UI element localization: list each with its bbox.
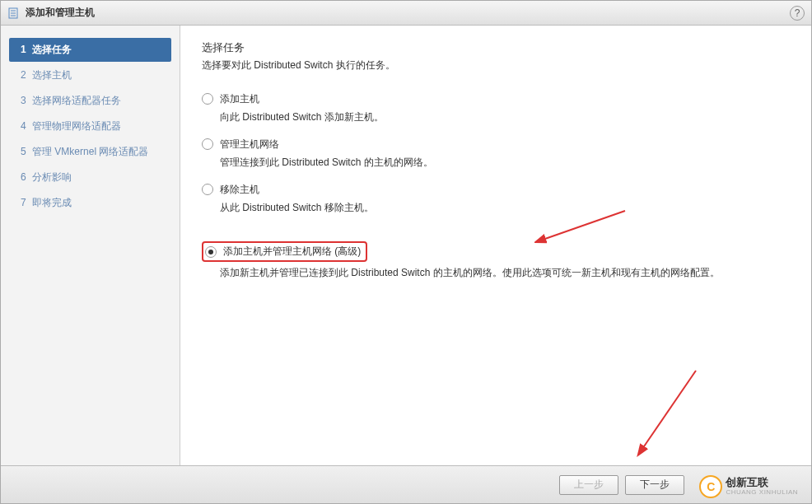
option-remove-hosts: 移除主机 从此 Distributed Switch 移除主机。 — [202, 183, 790, 215]
annotation-arrow-next — [630, 366, 704, 457]
radio-add-hosts[interactable] — [202, 93, 213, 105]
radio-remove-hosts[interactable] — [202, 184, 213, 195]
step-select-hosts[interactable]: 2 选择主机 — [9, 63, 171, 87]
page-subtitle: 选择要对此 Distributed Switch 执行的任务。 — [202, 58, 790, 72]
logo-mark-icon: C — [699, 475, 722, 498]
option-desc: 添加新主机并管理已连接到此 Distributed Switch 的主机的网络。… — [220, 265, 747, 280]
task-options: 添加主机 向此 Distributed Switch 添加新主机。 管理主机网络… — [202, 92, 790, 280]
option-desc: 从此 Distributed Switch 移除主机。 — [220, 200, 747, 215]
radio-manage-networking[interactable] — [202, 138, 213, 150]
step-select-adapter-tasks[interactable]: 3 选择网络适配器任务 — [9, 89, 171, 113]
dialog-body: 1 选择任务 2 选择主机 3 选择网络适配器任务 4 管理物理网络适配器 5 … — [1, 26, 811, 465]
step-select-task[interactable]: 1 选择任务 — [9, 38, 171, 62]
option-label: 添加主机并管理主机网络 (高级) — [223, 245, 361, 259]
step-ready-complete[interactable]: 7 即将完成 — [9, 191, 171, 215]
logo-text-cn: 创新互联 — [726, 477, 798, 488]
step-analyze-impact[interactable]: 6 分析影响 — [9, 166, 171, 189]
option-label: 移除主机 — [220, 183, 259, 197]
logo-text-en: CHUANG XINHULIAN — [726, 489, 798, 497]
titlebar: 添加和管理主机 ? — [1, 1, 811, 26]
option-add-hosts: 添加主机 向此 Distributed Switch 添加新主机。 — [202, 92, 790, 124]
help-icon[interactable]: ? — [790, 6, 805, 21]
option-desc: 向此 Distributed Switch 添加新主机。 — [220, 110, 747, 124]
option-label: 添加主机 — [220, 92, 259, 106]
step-manage-vmkernel[interactable]: 5 管理 VMkernel 网络适配器 — [9, 140, 171, 164]
step-manage-physical[interactable]: 4 管理物理网络适配器 — [9, 114, 171, 138]
option-desc: 管理连接到此 Distributed Switch 的主机的网络。 — [220, 155, 747, 170]
watermark-logo: C 创新互联 CHUANG XINHULIAN — [699, 475, 798, 498]
svg-line-5 — [642, 371, 696, 449]
highlight-box: 添加主机并管理主机网络 (高级) — [202, 241, 367, 262]
dialog-title: 添加和管理主机 — [26, 6, 790, 20]
footer: 上一步 下一步 — [1, 465, 811, 503]
page-title: 选择任务 — [202, 40, 790, 55]
option-add-and-manage: 添加主机并管理主机网络 (高级) 添加新主机并管理已连接到此 Distribut… — [202, 241, 790, 280]
option-label: 管理主机网络 — [220, 138, 279, 152]
wizard-dialog: 添加和管理主机 ? 1 选择任务 2 选择主机 3 选择网络适配器任务 4 管理… — [0, 0, 812, 504]
next-button[interactable]: 下一步 — [625, 475, 684, 495]
option-manage-networking: 管理主机网络 管理连接到此 Distributed Switch 的主机的网络。 — [202, 138, 790, 170]
wizard-sidebar: 1 选择任务 2 选择主机 3 选择网络适配器任务 4 管理物理网络适配器 5 … — [1, 26, 180, 465]
back-button[interactable]: 上一步 — [559, 475, 618, 495]
radio-add-and-manage[interactable] — [205, 246, 217, 258]
dialog-icon — [7, 7, 21, 20]
main-panel: 选择任务 选择要对此 Distributed Switch 执行的任务。 添加主… — [180, 26, 811, 465]
